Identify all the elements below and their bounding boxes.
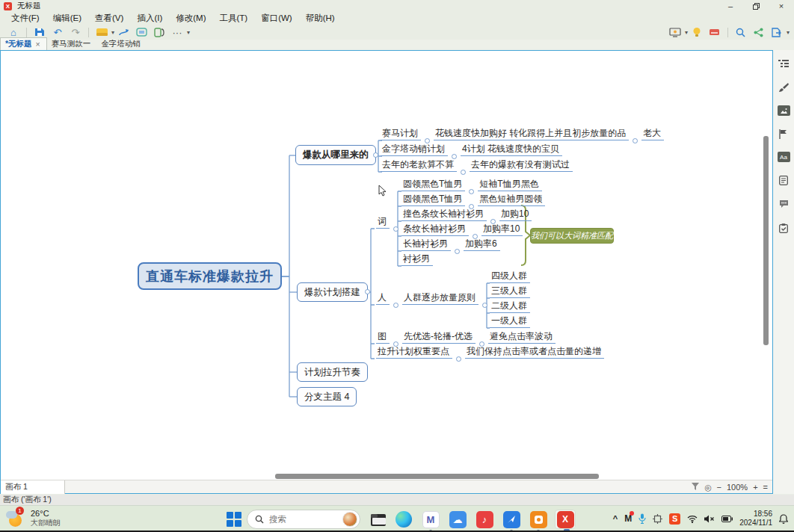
topic-text[interactable]: 短袖T恤男黑色: [478, 179, 541, 191]
row-group-3[interactable]: 三级人群: [490, 285, 530, 298]
zoom-in-button[interactable]: +: [753, 483, 757, 492]
topic-branch-4[interactable]: 分支主题 4: [297, 387, 357, 406]
row-word-4[interactable]: 条纹长袖衬衫男 加购率10: [401, 223, 523, 236]
horizontal-scrollbar[interactable]: [275, 474, 599, 479]
topic-text[interactable]: 圆领黑色T恤男: [401, 179, 465, 191]
comment-icon[interactable]: [778, 198, 790, 210]
topic-text[interactable]: 衬衫男: [401, 253, 433, 266]
close-button[interactable]: ×: [769, 0, 794, 12]
central-topic[interactable]: 直通车标准爆款拉升: [138, 262, 282, 290]
topic-text[interactable]: 圆领黑色T恤男: [401, 194, 465, 206]
topic-plan-build[interactable]: 爆款计划搭建: [297, 282, 368, 302]
joint-icon[interactable]: [393, 226, 398, 232]
restore-button[interactable]: [743, 0, 769, 12]
topic-text[interactable]: 图: [376, 331, 390, 344]
topic-text[interactable]: 人群逐步放量原则: [402, 292, 478, 305]
zoom-out-button[interactable]: −: [717, 483, 721, 492]
mindmaster-icon[interactable]: M: [420, 510, 441, 529]
tray-chevron-up-icon[interactable]: ^: [613, 514, 618, 523]
row-pic[interactable]: 图 先优选-轮播-优选 避免点击率波动: [376, 331, 556, 344]
watch-icon[interactable]: ◎: [704, 483, 711, 492]
filter-icon[interactable]: [692, 483, 699, 492]
xmind-app-icon[interactable]: X: [555, 510, 576, 529]
style-button[interactable]: [95, 25, 108, 39]
note-icon[interactable]: [778, 174, 790, 186]
format-brush-icon[interactable]: [778, 81, 790, 93]
presentation-dropdown-icon[interactable]: ▾: [685, 29, 688, 36]
menu-view[interactable]: 查看(V): [88, 12, 130, 25]
row-group-4[interactable]: 四级人群: [490, 270, 530, 283]
row-jinzita-plan[interactable]: 金字塔动销计划 4计划 花钱速度快的宝贝: [381, 143, 562, 156]
vertical-scrollbar[interactable]: [763, 136, 769, 345]
joint-icon[interactable]: [393, 303, 398, 308]
lightbulb-button[interactable]: [690, 25, 704, 39]
topic-text[interactable]: 拉升计划权重要点: [376, 346, 452, 359]
topic-baokuan-from[interactable]: 爆款从哪里来的: [295, 145, 376, 165]
tray-wifi-icon[interactable]: [687, 515, 698, 523]
tray-im-icon[interactable]: M: [624, 513, 632, 524]
summary-button[interactable]: [153, 25, 166, 39]
tab-untitled[interactable]: *无标题 ×: [0, 37, 47, 50]
menu-edit[interactable]: 编辑(E): [46, 12, 88, 25]
topic-text[interactable]: 一级人群: [490, 315, 530, 328]
topic-text[interactable]: 加购率10: [481, 223, 523, 236]
topic-text[interactable]: 去年的老款算不算: [381, 159, 457, 172]
topic-people[interactable]: 人 人群逐步放量原则: [376, 292, 491, 305]
topic-text[interactable]: 去年的爆款有没有测试过: [470, 159, 573, 172]
topic-text[interactable]: 撞色条纹长袖衬衫男: [401, 208, 487, 221]
canvas-tab[interactable]: 画布 1: [1, 480, 65, 494]
zoom-fit-button[interactable]: =: [763, 483, 768, 492]
topic-text[interactable]: 加购10: [499, 208, 532, 221]
topic-text[interactable]: 老大: [641, 128, 664, 140]
topic-text[interactable]: 加购率6: [464, 238, 500, 251]
tab-jinzita[interactable]: 金字塔动销: [96, 38, 147, 50]
topic-text[interactable]: 赛马计划: [381, 128, 421, 140]
cloud-app-icon[interactable]: ☁: [447, 510, 468, 529]
search-input[interactable]: [269, 515, 338, 524]
weather-widget[interactable]: 1 26°C 大部晴朗: [6, 508, 61, 528]
share-button[interactable]: [752, 25, 766, 39]
outline-icon[interactable]: [778, 58, 790, 69]
tab-close-icon[interactable]: ×: [36, 40, 40, 49]
expand-joint[interactable]: [373, 152, 378, 158]
menu-tools[interactable]: 工具(T): [212, 12, 254, 25]
relationship-button[interactable]: [117, 25, 130, 39]
expand-joint[interactable]: [365, 289, 370, 294]
more-dropdown-icon[interactable]: ▾: [187, 29, 190, 36]
camera-app-icon[interactable]: [528, 510, 549, 529]
boundary-button[interactable]: [135, 25, 148, 39]
menu-insert[interactable]: 插入(I): [130, 12, 169, 25]
topic-text[interactable]: 人: [376, 292, 390, 305]
taskbar-search[interactable]: [247, 510, 360, 529]
more-tools-button[interactable]: ···: [170, 25, 184, 39]
topic-plan-rhythm[interactable]: 计划拉升节奏: [297, 362, 368, 382]
task-icon[interactable]: [778, 222, 790, 234]
menu-modify[interactable]: 修改(M): [169, 12, 212, 25]
topic-text[interactable]: 我们保持点击率或者点击量的递增: [465, 346, 604, 359]
topic-text[interactable]: 条纹长袖衬衫男: [401, 223, 469, 236]
redo-button[interactable]: ↷: [69, 25, 82, 39]
joint-icon[interactable]: [461, 170, 466, 175]
export-dropdown-icon[interactable]: ▾: [787, 29, 790, 36]
menu-window[interactable]: 窗口(W): [254, 12, 299, 25]
joint-icon[interactable]: [456, 356, 461, 362]
menu-help[interactable]: 帮助(H): [299, 12, 342, 25]
font-icon[interactable]: Aa: [778, 152, 790, 162]
image-icon[interactable]: [778, 105, 790, 116]
marker-button[interactable]: [708, 25, 721, 39]
tray-window-icon[interactable]: [653, 514, 662, 524]
style-dropdown-icon[interactable]: ▾: [111, 29, 114, 36]
notification-bell-icon[interactable]: [779, 514, 788, 524]
topic-text[interactable]: 避免点击率波动: [488, 331, 556, 344]
flag-icon[interactable]: [778, 128, 790, 140]
topic-text[interactable]: 黑色短袖男圆领: [478, 194, 545, 206]
row-word-5[interactable]: 长袖衬衫男 加购率6: [401, 238, 500, 251]
undo-button[interactable]: ↶: [51, 25, 64, 39]
tray-mic-icon[interactable]: [638, 513, 646, 524]
row-group-2[interactable]: 二级人群: [490, 300, 530, 313]
joint-icon[interactable]: [455, 249, 460, 254]
row-word-6[interactable]: 衬衫男: [401, 253, 433, 266]
row-word-2[interactable]: 圆领黑色T恤男 黑色短袖男圆领: [401, 194, 545, 206]
topic-word[interactable]: 词: [376, 216, 402, 229]
export-button[interactable]: [770, 25, 784, 39]
